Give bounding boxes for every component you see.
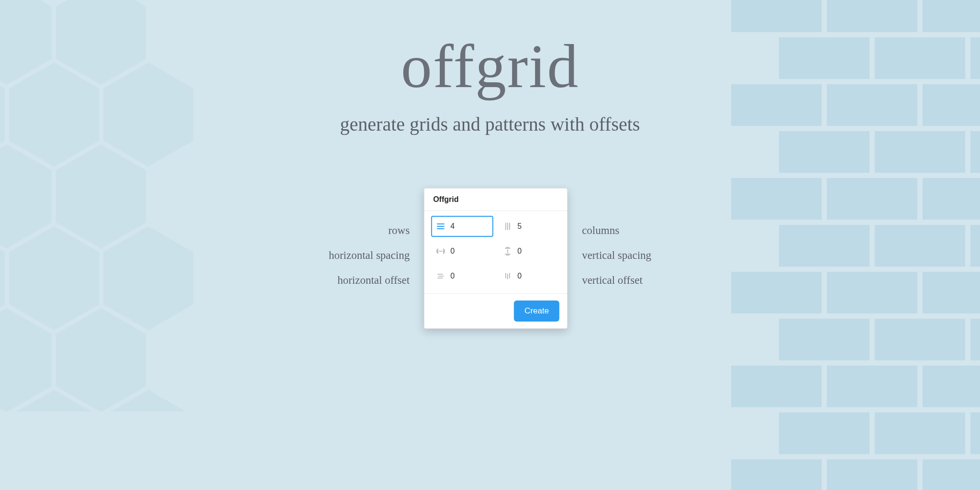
rows-icon [436, 222, 445, 231]
columns-field[interactable] [498, 216, 560, 237]
hero-title: offgrid [203, 29, 777, 103]
hspacing-icon [436, 246, 445, 256]
label-rows: rows [329, 218, 410, 243]
svg-marker-13 [9, 390, 99, 412]
offgrid-panel: Offgrid [424, 188, 568, 329]
columns-input[interactable] [517, 222, 556, 231]
columns-icon [503, 222, 512, 231]
hoffset-field[interactable] [431, 266, 493, 287]
svg-marker-7 [0, 226, 5, 330]
svg-marker-11 [56, 308, 146, 412]
svg-marker-2 [0, 63, 5, 167]
vspacing-input[interactable] [517, 247, 556, 256]
rows-field[interactable] [431, 216, 493, 237]
svg-marker-1 [56, 0, 146, 85]
svg-marker-6 [56, 145, 146, 248]
svg-marker-4 [103, 63, 193, 167]
svg-marker-12 [0, 390, 5, 412]
hoffset-icon [436, 271, 445, 281]
panel-title: Offgrid [424, 189, 567, 211]
svg-marker-10 [0, 308, 52, 412]
voffset-input[interactable] [517, 272, 556, 280]
svg-marker-9 [103, 226, 193, 330]
svg-marker-14 [103, 390, 193, 412]
voffset-icon [503, 271, 512, 281]
vspacing-field[interactable] [498, 241, 560, 262]
vspacing-icon [503, 246, 512, 256]
hspacing-field[interactable] [431, 241, 493, 262]
label-columns: columns [582, 218, 651, 243]
hoffset-input[interactable] [450, 272, 489, 280]
label-hoffset: horizontal offset [329, 268, 410, 293]
voffset-field[interactable] [498, 266, 560, 287]
svg-marker-5 [0, 145, 52, 248]
rows-input[interactable] [450, 222, 489, 231]
svg-marker-8 [9, 226, 99, 330]
label-hspacing: horizontal spacing [329, 243, 410, 268]
svg-marker-0 [0, 0, 52, 85]
label-vspacing: vertical spacing [582, 243, 651, 268]
label-voffset: vertical offset [582, 268, 651, 293]
hspacing-input[interactable] [450, 247, 489, 256]
create-button[interactable]: Create [514, 301, 559, 322]
background-hexagons [0, 0, 201, 412]
hero-subtitle: generate grids and patterns with offsets [203, 113, 777, 135]
svg-marker-3 [9, 63, 99, 167]
